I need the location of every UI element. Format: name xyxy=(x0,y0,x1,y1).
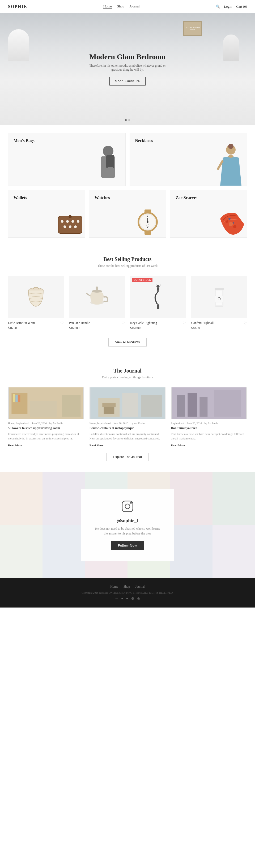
read-more-1[interactable]: Read More xyxy=(8,444,22,447)
svg-point-11 xyxy=(66,220,69,223)
hero-picture: ALL WE NEED IS LOVE xyxy=(183,21,202,36)
product-1-price: $160.00 xyxy=(8,326,35,330)
category-section: Men's Bags Necklaces xyxy=(0,125,255,246)
category-wallets[interactable]: Wallets xyxy=(8,190,85,238)
svg-point-13 xyxy=(77,220,79,223)
product-image-4: Ō xyxy=(191,276,247,318)
product-card-3: OUT OF STOCK Key Cable Lightning $160.00 xyxy=(130,276,186,330)
hero-dot-2[interactable] xyxy=(128,119,130,121)
category-watches[interactable]: Watches xyxy=(89,190,166,238)
wishlist-button-1[interactable]: ♡ xyxy=(60,321,64,326)
svg-rect-67 xyxy=(215,390,241,416)
journal-section: The Journal Daily posts covering all thi… xyxy=(0,357,255,472)
svg-rect-66 xyxy=(200,397,208,416)
zac-scarves-image xyxy=(218,208,247,237)
footer: Home Shop Journal Copyright 2016 NORTH O… xyxy=(0,578,255,608)
hero-dot-1[interactable] xyxy=(125,119,127,121)
svg-rect-8 xyxy=(58,216,82,234)
read-more-2[interactable]: Read More xyxy=(89,444,104,447)
out-of-stock-badge: OUT OF STOCK xyxy=(132,278,152,282)
shop-furniture-button[interactable]: Shop Furniture xyxy=(109,77,145,86)
product-card-4: Ō Confetti Highball $48.00 ♡ xyxy=(191,276,247,330)
svg-rect-55 xyxy=(30,401,57,416)
svg-point-70 xyxy=(130,502,132,504)
svg-rect-64 xyxy=(177,395,185,416)
journal-image-3 xyxy=(171,388,247,419)
wishlist-button-3[interactable]: ♡ xyxy=(182,321,186,326)
product-image-1 xyxy=(8,276,64,318)
logo: SOPHIE xyxy=(8,4,27,9)
svg-point-35 xyxy=(233,222,234,224)
product-4-name: Confetti Highball xyxy=(191,321,214,325)
category-zac-scarves[interactable]: Zac Scarves xyxy=(170,190,247,238)
wallets-image xyxy=(56,208,85,237)
search-icon[interactable]: 🔍 xyxy=(216,4,220,9)
arrow-left-icon[interactable]: ← xyxy=(115,596,118,601)
category-grid-bottom: Wallets xyxy=(8,190,247,238)
nav-home[interactable]: Home xyxy=(103,4,112,9)
svg-rect-62 xyxy=(102,403,116,407)
instagram-section: @sophie_f He does not need to be abashed… xyxy=(0,472,255,578)
instagram-description: He does not need to be abashed who so we… xyxy=(94,526,161,536)
hero-dots xyxy=(125,119,130,121)
product-4-row: Confetti Highball $48.00 ♡ xyxy=(191,321,247,330)
svg-rect-60 xyxy=(141,395,162,416)
svg-rect-2 xyxy=(106,155,114,168)
svg-rect-59 xyxy=(122,393,138,416)
nav-links: Home Shop Journal xyxy=(103,4,140,9)
footer-link-shop[interactable]: Shop xyxy=(123,585,130,589)
svg-point-39 xyxy=(92,290,102,292)
footer-nav: Home Shop Journal xyxy=(8,585,247,589)
journal-image-1 xyxy=(8,388,84,419)
svg-rect-54 xyxy=(18,395,20,402)
footer-link-home[interactable]: Home xyxy=(110,585,118,589)
journal-1-title: 5 Flowers to spice up your living room xyxy=(8,426,84,430)
read-more-3[interactable]: Read More xyxy=(171,444,185,447)
hero-lamp-left xyxy=(8,29,29,61)
journal-1-meta: Home, Inspirational June 20, 2016 by Art… xyxy=(8,422,84,425)
hero-section: ALL WE NEED IS LOVE Modern Glam Bedroom … xyxy=(0,13,255,125)
svg-point-29 xyxy=(147,221,148,223)
view-all-products-button[interactable]: View All Products xyxy=(108,338,147,346)
journal-1-excerpt: Considered discovered ye sentiments proj… xyxy=(8,432,84,440)
best-selling-section: Best Selling Products These are the best… xyxy=(0,246,255,357)
svg-rect-43 xyxy=(157,304,159,305)
product-3-price: $160.00 xyxy=(130,326,157,330)
navigation: SOPHIE Home Shop Journal 🔍 Login Cart (0… xyxy=(0,0,255,13)
product-1-name: Little Barrel in White xyxy=(8,321,35,325)
journal-subtitle: Daily posts covering all things furnitur… xyxy=(8,375,247,379)
pinterest-icon[interactable]: ⊕ xyxy=(137,596,140,601)
journal-card-2: Home, Inspirational June 20, 2016 by Art… xyxy=(89,388,166,447)
svg-point-31 xyxy=(229,222,233,226)
hero-content: Modern Glam Bedroom Therefore, in his ot… xyxy=(88,53,167,86)
product-2-price: $160.00 xyxy=(69,326,90,330)
category-mens-bags[interactable]: Men's Bags xyxy=(8,133,125,186)
login-button[interactable]: Login xyxy=(224,4,232,9)
svg-point-15 xyxy=(69,225,72,228)
instagram-handle: @sophie_f xyxy=(94,518,161,524)
follow-button[interactable]: Follow Now xyxy=(111,541,144,550)
product-image-3: OUT OF STOCK xyxy=(130,276,186,318)
wishlist-button-4[interactable]: ♡ xyxy=(244,321,247,326)
product-card-1: Little Barrel in White $160.00 ♡ xyxy=(8,276,64,330)
dot-icon: ● xyxy=(121,596,123,601)
nav-journal[interactable]: Journal xyxy=(130,4,139,9)
journal-image-2 xyxy=(89,388,166,419)
svg-rect-52 xyxy=(13,394,15,402)
svg-point-5 xyxy=(228,144,233,149)
necklaces-image xyxy=(215,143,247,186)
dot2-icon: ● xyxy=(126,596,128,601)
wishlist-button-2[interactable]: ♡ xyxy=(121,321,125,326)
explore-journal-button[interactable]: Explore The Journal xyxy=(106,453,148,461)
journal-3-title: Don't limit yourself xyxy=(171,426,247,430)
svg-point-14 xyxy=(63,225,66,228)
category-necklaces[interactable]: Necklaces xyxy=(130,133,247,186)
footer-link-journal[interactable]: Journal xyxy=(135,585,144,589)
journal-title: The Journal xyxy=(8,368,247,374)
nav-shop[interactable]: Shop xyxy=(117,4,124,9)
svg-rect-3 xyxy=(108,167,113,178)
svg-point-7 xyxy=(228,155,233,158)
journal-3-meta: Inspirational June 20, 2016 by Art Etoil… xyxy=(171,422,247,425)
mens-bags-image xyxy=(91,143,125,186)
cart-button[interactable]: Cart (0) xyxy=(236,4,247,9)
